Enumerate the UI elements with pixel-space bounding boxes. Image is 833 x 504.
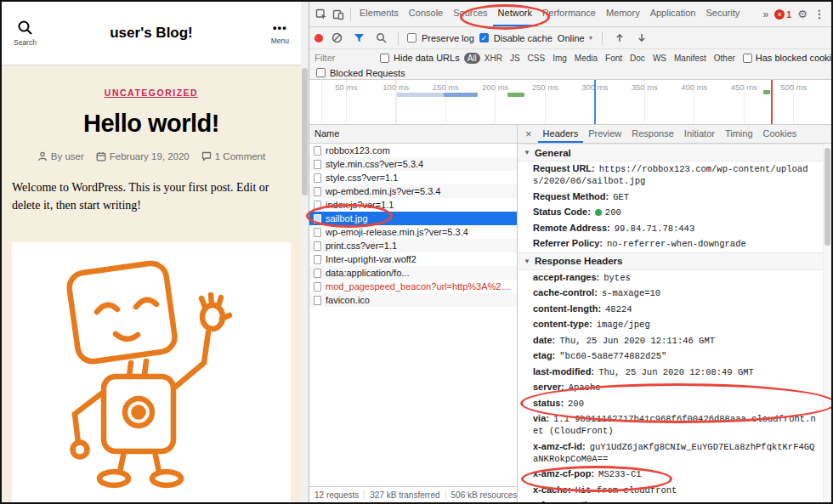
waterfall-bar	[397, 93, 444, 97]
disable-cache-checkbox[interactable]	[479, 33, 489, 42]
console-error-badge[interactable]: × 1	[772, 9, 794, 20]
request-row[interactable]: robbox123.com	[309, 144, 517, 157]
details-tab[interactable]: Timing	[720, 125, 758, 143]
request-row[interactable]: favicon.ico	[309, 293, 517, 307]
post-category-link[interactable]: UNCATEGORIZED	[105, 88, 198, 98]
details-tabs: HeadersPreviewResponseInitiatorTimingCoo…	[538, 125, 802, 143]
request-row[interactable]: data:application/fo...	[309, 266, 517, 280]
name-column-header[interactable]: Name	[309, 125, 517, 144]
settings-gear-icon[interactable]: ⚙	[794, 6, 811, 23]
request-row[interactable]: wp-emoji-release.min.js?ver=5.3.4	[309, 225, 517, 239]
has-blocked-cookies-label[interactable]: Has blocked cookies	[756, 53, 831, 63]
device-toolbar-icon[interactable]	[330, 6, 347, 23]
close-details-icon[interactable]: ×	[521, 127, 536, 140]
search-network-icon[interactable]	[372, 30, 389, 47]
page-scrollbar-thumb[interactable]	[302, 68, 308, 195]
network-filter-bar: Hide data URLs AllXHRJSCSSImgMediaFontDo…	[309, 49, 831, 66]
request-row[interactable]: mod_pagespeed_beacon?url=http%3A%2F%2Fro…	[309, 280, 517, 293]
separator	[602, 31, 603, 45]
inspect-element-icon[interactable]	[313, 6, 330, 23]
hide-data-urls-label[interactable]: Hide data URLs	[394, 53, 460, 63]
details-scrollbar[interactable]	[823, 144, 831, 502]
comments-link[interactable]: 1 Comment	[201, 151, 265, 161]
type-filter-pill[interactable]: Doc	[626, 53, 649, 64]
more-tabs-icon[interactable]: »	[759, 8, 772, 20]
header-key: via:	[533, 413, 549, 423]
type-filter-pill[interactable]: JS	[507, 53, 524, 64]
devtools-tab[interactable]: Performance	[537, 2, 601, 26]
search-button[interactable]: Search	[14, 20, 37, 47]
author-link[interactable]: By user	[37, 151, 84, 161]
preserve-log-checkbox[interactable]	[407, 33, 416, 42]
waterfall-bar	[507, 93, 524, 97]
devtools-tab[interactable]: Sources	[448, 2, 492, 26]
details-tab[interactable]: Cookies	[758, 125, 802, 143]
type-filter-pill[interactable]: Media	[571, 53, 601, 64]
file-icon	[314, 296, 321, 305]
network-toolbar: Preserve log Disable cache Online ▼	[309, 27, 831, 49]
type-filter-pill[interactable]: All	[464, 53, 480, 64]
type-filter-pill[interactable]: XHR	[481, 53, 506, 64]
devtools-tab[interactable]: Elements	[354, 2, 404, 26]
throttling-dropdown[interactable]: Online ▼	[558, 33, 593, 43]
filter-funnel-icon[interactable]	[350, 30, 367, 47]
header-key: Remote Address:	[533, 223, 610, 233]
header-value: Hit from cloudfront	[575, 485, 677, 496]
filter-input[interactable]	[314, 53, 376, 63]
general-header-row: Request URL:https://robbox123.com/wp-con…	[518, 161, 823, 190]
devtools-tab[interactable]: Security	[700, 2, 745, 26]
general-section-header[interactable]: ▼ General	[518, 144, 823, 161]
devtools-tab[interactable]: Console	[404, 2, 448, 26]
details-tab[interactable]: Response	[626, 125, 679, 143]
request-row[interactable]: style.css?ver=1.1	[309, 171, 517, 184]
type-filter-pill[interactable]: CSS	[524, 53, 549, 64]
details-tab[interactable]: Preview	[583, 125, 626, 143]
disable-cache-label[interactable]: Disable cache	[494, 33, 552, 43]
details-scrollbar-thumb[interactable]	[824, 148, 830, 246]
preserve-log-label[interactable]: Preserve log	[422, 33, 474, 43]
export-har-icon[interactable]	[633, 30, 650, 47]
general-header-row: Request Method:GET	[518, 190, 823, 206]
request-row[interactable]: style.min.css?ver=5.3.4	[309, 157, 517, 171]
header-value: Apache	[569, 382, 601, 393]
comments-label: 1 Comment	[215, 151, 265, 161]
response-header-row: x-frame-options:SAMEORIGIN	[518, 498, 823, 502]
import-har-icon[interactable]	[611, 30, 628, 47]
site-title[interactable]: user's Blog!	[110, 25, 193, 42]
record-network-log-button[interactable]	[314, 34, 323, 42]
header-key: Request Method:	[533, 191, 609, 201]
type-filter-pill[interactable]: WS	[649, 53, 670, 64]
hide-data-urls-checkbox[interactable]	[380, 54, 389, 63]
network-overview-timeline[interactable]: 50 ms100 ms150 ms200 ms250 ms300 ms350 m…	[309, 80, 831, 125]
response-header-row: x-amz-cf-pop:MS233-C1	[518, 467, 823, 483]
has-blocked-cookies-checkbox[interactable]	[743, 54, 752, 63]
blog-content: UNCATEGORIZED Hello world! By user Febru…	[2, 65, 301, 214]
page-scrollbar[interactable]	[301, 2, 309, 502]
post-date-link[interactable]: February 19, 2020	[96, 151, 190, 161]
blocked-requests-label[interactable]: Blocked Requests	[330, 68, 405, 78]
request-row[interactable]: index.js?ver=1.1	[309, 198, 517, 212]
type-filter-pill[interactable]: Other	[711, 53, 739, 64]
menu-button[interactable]: ••• Menu	[271, 22, 289, 45]
file-icon	[314, 201, 321, 210]
response-header-row: status:200	[518, 396, 823, 412]
devtools-menu-icon[interactable]: ⋮	[811, 6, 828, 23]
devtools-tab[interactable]: Memory	[601, 2, 645, 26]
details-tab[interactable]: Headers	[538, 125, 584, 143]
author-icon	[37, 151, 48, 161]
type-filter-pill[interactable]: Font	[602, 53, 626, 64]
devtools-tab[interactable]: Network	[493, 2, 537, 26]
type-filter-pill[interactable]: Img	[549, 53, 570, 64]
type-filter-pill[interactable]: Manifest	[671, 53, 710, 64]
headers-content: ▼ General Request URL:https://robbox123.…	[518, 144, 831, 502]
request-row[interactable]: sailbot.jpg	[309, 212, 517, 225]
blocked-requests-checkbox[interactable]	[316, 68, 326, 77]
request-row[interactable]: Inter-upright-var.woff2	[309, 252, 517, 266]
request-row[interactable]: print.css?ver=1.1	[309, 239, 517, 252]
clear-icon[interactable]	[328, 30, 345, 47]
request-row[interactable]: wp-embed.min.js?ver=5.3.4	[309, 184, 517, 198]
response-headers-section-header[interactable]: ▼ Response Headers	[518, 252, 823, 270]
devtools-tab[interactable]: Application	[645, 2, 701, 26]
details-tab[interactable]: Initiator	[679, 125, 720, 143]
post-date-label: February 19, 2020	[110, 151, 190, 161]
